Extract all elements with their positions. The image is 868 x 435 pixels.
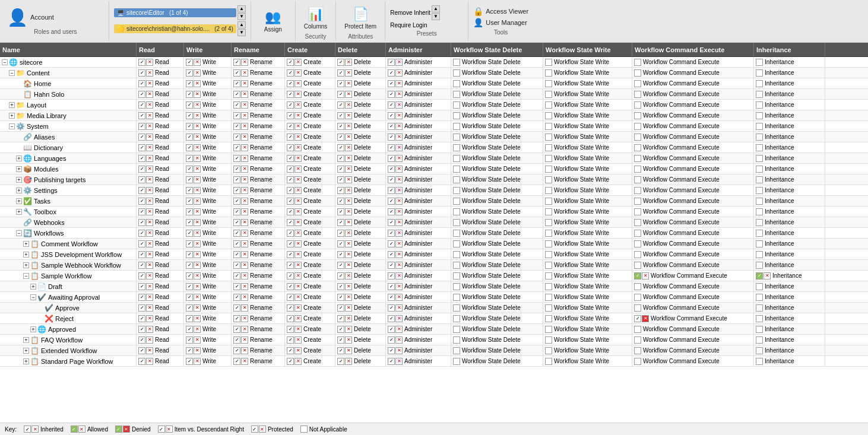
- tree-toggle[interactable]: −: [2, 59, 8, 65]
- perm-cell-empty[interactable]: Workflow State Write: [545, 219, 609, 226]
- perm-check[interactable]: ✓: [337, 272, 344, 280]
- perm-check[interactable]: ✓: [138, 198, 145, 205]
- perm-check[interactable]: ✓: [138, 251, 145, 258]
- perm-empty-box[interactable]: [634, 91, 641, 98]
- perm-x[interactable]: ✕: [194, 80, 201, 87]
- perm-cell-empty[interactable]: Workflow Command Execute: [634, 91, 720, 98]
- wce-cell[interactable]: Workflow Command Execute: [632, 174, 754, 185]
- perm-x[interactable]: ✕: [146, 315, 153, 322]
- perm-cell-empty[interactable]: Workflow State Delete: [453, 336, 521, 344]
- perm-check[interactable]: ✓: [186, 272, 193, 280]
- perm-cell[interactable]: ✓ ✕ Rename: [233, 59, 273, 66]
- perm-cell[interactable]: ✓ ✕ Create: [287, 144, 321, 151]
- perm-check[interactable]: ✓: [388, 262, 395, 269]
- perm-x[interactable]: ✕: [395, 101, 403, 109]
- perm-empty-box[interactable]: [634, 347, 641, 354]
- perm-x[interactable]: ✕: [194, 326, 201, 333]
- inheritance-cell[interactable]: Inheritance: [754, 196, 825, 206]
- perm-cell[interactable]: ✓ ✕ Rename: [233, 80, 273, 87]
- perm-check[interactable]: ✓: [138, 134, 145, 141]
- perm-cell[interactable]: ✓ ✕ Create: [287, 358, 321, 365]
- perm-check[interactable]: ✓: [337, 336, 344, 344]
- administer-cell[interactable]: ✓ ✕ Administer: [386, 174, 451, 185]
- perm-empty-box[interactable]: [756, 112, 763, 119]
- perm-cell[interactable]: ✓ ✕ Create: [287, 155, 321, 162]
- perm-check[interactable]: ✓: [388, 272, 395, 280]
- inheritance-cell[interactable]: Inheritance: [754, 185, 825, 195]
- perm-empty-box[interactable]: [545, 134, 552, 141]
- write-cell[interactable]: ✓ ✕ Write: [184, 153, 232, 163]
- perm-cell[interactable]: ✓ ✕ Read: [138, 80, 169, 87]
- perm-check[interactable]: ✓: [233, 80, 240, 87]
- perm-cell-empty[interactable]: Inheritance: [756, 155, 794, 162]
- perm-x[interactable]: ✕: [294, 176, 302, 183]
- inheritance-cell[interactable]: Inheritance: [754, 217, 825, 227]
- perm-cell[interactable]: ✓ ✕ Read: [138, 304, 169, 312]
- delete-cell[interactable]: ✓ ✕ Delete: [335, 281, 386, 291]
- perm-cell[interactable]: ✓ ✕ Rename: [233, 208, 273, 215]
- read-cell[interactable]: ✓ ✕ Read: [137, 356, 184, 366]
- perm-cell[interactable]: ✓ ✕ Write: [186, 283, 216, 290]
- read-cell[interactable]: ✓ ✕ Read: [137, 303, 184, 313]
- perm-empty-box[interactable]: [453, 176, 460, 183]
- perm-x[interactable]: ✕: [194, 208, 201, 215]
- perm-cell[interactable]: ✓ ✕ Read: [138, 272, 169, 280]
- perm-cell[interactable]: ✓ ✕ Administer: [388, 240, 432, 247]
- perm-check[interactable]: ✓: [287, 272, 294, 280]
- perm-cell-empty[interactable]: Inheritance: [756, 336, 794, 344]
- perm-x[interactable]: ✕: [395, 80, 403, 87]
- perm-cell[interactable]: ✓ ✕ Rename: [233, 262, 273, 269]
- perm-cell-empty[interactable]: Inheritance: [756, 69, 794, 77]
- perm-empty-box[interactable]: [545, 112, 552, 119]
- perm-cell[interactable]: ✓ ✕ Write: [186, 187, 216, 194]
- perm-check[interactable]: ✓: [138, 358, 145, 365]
- wsw-cell[interactable]: Workflow State Write: [543, 239, 632, 249]
- perm-x[interactable]: ✕: [345, 304, 352, 312]
- perm-x[interactable]: ✕: [294, 144, 302, 151]
- perm-check[interactable]: ✓: [233, 144, 240, 151]
- wsd-cell[interactable]: Workflow State Delete: [451, 68, 543, 78]
- perm-check[interactable]: ✓: [186, 80, 193, 87]
- inheritance-cell[interactable]: Inheritance: [754, 110, 825, 120]
- administer-cell[interactable]: ✓ ✕ Administer: [386, 260, 451, 270]
- perm-x[interactable]: ✕: [146, 134, 153, 141]
- perm-check[interactable]: ✓: [388, 134, 395, 141]
- rename-cell[interactable]: ✓ ✕ Rename: [232, 335, 285, 345]
- delete-cell[interactable]: ✓ ✕ Delete: [335, 142, 386, 153]
- create-cell[interactable]: ✓ ✕ Create: [285, 196, 335, 206]
- perm-cell-empty[interactable]: Workflow State Write: [545, 262, 609, 269]
- perm-x[interactable]: ✕: [194, 123, 201, 130]
- perm-cell[interactable]: ✓ ✕ Workflow Command Execute: [634, 272, 727, 280]
- create-cell[interactable]: ✓ ✕ Create: [285, 68, 335, 78]
- perm-empty-box[interactable]: [453, 59, 460, 66]
- perm-cell[interactable]: ✓ ✕ Rename: [233, 112, 273, 119]
- perm-cell[interactable]: ✓ ✕ Create: [287, 272, 321, 280]
- perm-check[interactable]: ✓: [287, 283, 294, 290]
- perm-empty-box[interactable]: [634, 294, 641, 301]
- wsd-cell[interactable]: Workflow State Delete: [451, 185, 543, 195]
- perm-cell-empty[interactable]: Workflow State Write: [545, 283, 609, 290]
- perm-x[interactable]: ✕: [345, 134, 352, 141]
- tree-toggle[interactable]: +: [9, 113, 15, 119]
- perm-cell-empty[interactable]: Workflow State Write: [545, 187, 609, 194]
- perm-empty-box[interactable]: [453, 230, 460, 237]
- perm-cell[interactable]: ✓ ✕ Delete: [337, 336, 371, 344]
- perm-cell-empty[interactable]: Workflow State Write: [545, 240, 609, 247]
- perm-cell-empty[interactable]: Workflow State Write: [545, 101, 609, 109]
- wce-cell[interactable]: Workflow Command Execute: [632, 260, 754, 270]
- perm-cell[interactable]: ✓ ✕ Create: [287, 230, 321, 237]
- perm-empty-box[interactable]: [756, 294, 763, 301]
- tree-toggle[interactable]: +: [16, 188, 22, 193]
- perm-cell-empty[interactable]: Inheritance: [756, 326, 794, 333]
- perm-check[interactable]: ✓: [186, 315, 193, 322]
- perm-check[interactable]: ✓: [138, 283, 145, 290]
- inheritance-cell[interactable]: Inheritance: [754, 89, 825, 99]
- perm-empty-box[interactable]: [756, 155, 763, 162]
- perm-cell[interactable]: ✓ ✕ Administer: [388, 208, 432, 215]
- perm-check[interactable]: ✓: [287, 112, 294, 119]
- administer-cell[interactable]: ✓ ✕ Administer: [386, 313, 451, 323]
- create-cell[interactable]: ✓ ✕ Create: [285, 249, 335, 259]
- delete-cell[interactable]: ✓ ✕ Delete: [335, 228, 386, 238]
- delete-cell[interactable]: ✓ ✕ Delete: [335, 174, 386, 185]
- perm-check[interactable]: ✓: [287, 294, 294, 301]
